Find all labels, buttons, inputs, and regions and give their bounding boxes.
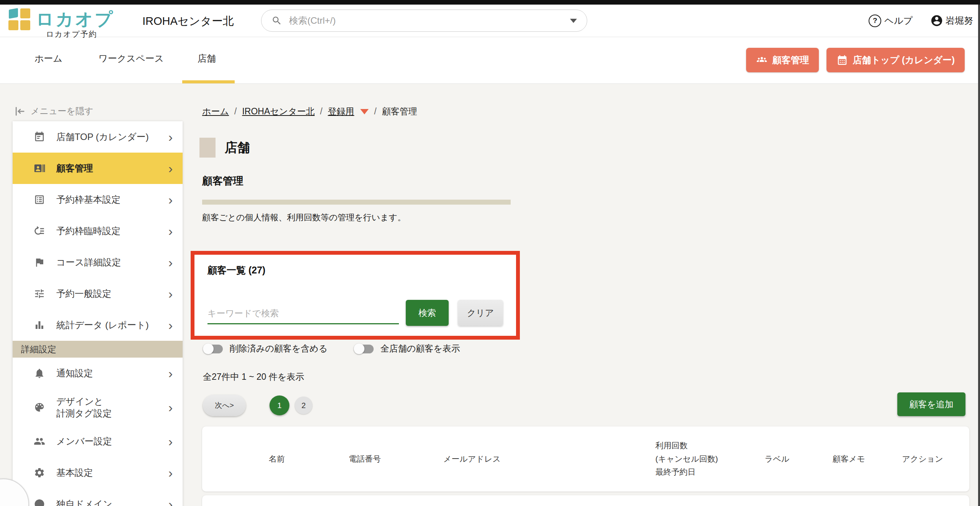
chevron-right-icon: › <box>168 367 173 380</box>
calendar-icon <box>836 54 848 66</box>
column-usage: 利用回数 (キャンセル回数) 最終予約日 <box>655 439 743 479</box>
flag-icon <box>33 256 46 268</box>
help-link[interactable]: ? ヘルプ <box>869 15 913 27</box>
all-stores-switch[interactable] <box>354 343 374 355</box>
filter-toggles: 削除済みの顧客を含める 全店舗の顧客を表示 <box>203 343 460 355</box>
toggle-include-deleted: 削除済みの顧客を含める <box>203 343 328 355</box>
title-square-decor <box>199 138 216 158</box>
workspace-dropdown-icon[interactable] <box>360 109 369 114</box>
keyword-search-input[interactable] <box>207 308 399 323</box>
nav-tabs: ホーム ワークスペース 店舗 <box>34 37 216 80</box>
sidebar-item-notification-settings[interactable]: 通知設定 › <box>13 358 183 389</box>
sidebar-item-statistics-report[interactable]: 統計データ (レポート) › <box>13 309 183 341</box>
include-deleted-switch[interactable] <box>203 343 223 355</box>
tune-sliders-icon <box>33 288 46 300</box>
sidebar-item-label: 統計データ (レポート) <box>56 319 165 331</box>
sidebar-item-store-top[interactable]: 店舗TOP (カレンダー) › <box>13 121 183 153</box>
breadcrumb-separator: / <box>374 106 376 117</box>
tab-home[interactable]: ホーム <box>34 52 62 65</box>
contact-card-icon <box>33 162 46 174</box>
add-customer-button[interactable]: 顧客を追加 <box>897 392 965 416</box>
store-top-label: 店舗トップ (カレンダー) <box>853 54 955 66</box>
help-icon: ? <box>869 15 881 27</box>
section-divider <box>202 200 511 205</box>
sidebar-item-label: 店舗TOP (カレンダー) <box>56 131 165 143</box>
customer-list-panel-highlight: 顧客一覧 (27) 検索 クリア <box>191 251 520 340</box>
sidebar-item-custom-domain[interactable]: 独自ドメイン › <box>13 488 183 506</box>
breadcrumb-home[interactable]: ホーム <box>202 106 229 117</box>
toggle-label: 削除済みの顧客を含める <box>230 343 328 355</box>
customer-list-title: 顧客一覧 (27) <box>207 264 265 277</box>
user-menu[interactable]: 岩堀努 <box>930 14 973 27</box>
sidebar-item-slot-basic-settings[interactable]: 予約枠基本設定 › <box>13 184 183 215</box>
column-name: 名前 <box>237 454 317 464</box>
sidebar-item-customer-management[interactable]: 顧客管理 › <box>13 153 183 184</box>
hide-menu-button[interactable]: メニューを隠す <box>14 105 93 117</box>
keyword-search-field <box>207 308 399 324</box>
app-logo[interactable]: ロカオプ <box>8 8 114 31</box>
sidebar-item-label: 通知設定 <box>56 367 165 379</box>
chevron-right-icon: › <box>168 162 173 175</box>
primary-navbar: ホーム ワークスペース 店舗 顧客管理 店舗トップ (カレンダー) <box>0 37 980 84</box>
sidebar-item-label: 顧客管理 <box>56 162 165 174</box>
bell-icon <box>33 367 46 379</box>
sidebar-item-course-detail-settings[interactable]: コース詳細設定 › <box>13 247 183 278</box>
header-right: ? ヘルプ 岩堀努 <box>869 5 973 37</box>
sidebar-item-label: 予約一般設定 <box>56 288 165 299</box>
sidebar-item-label: メンバー設定 <box>56 435 165 447</box>
customer-management-label: 顧客管理 <box>772 54 809 66</box>
sidebar-item-design-tag-settings[interactable]: デザインと 計測タグ設定 › <box>13 389 183 426</box>
sidebar-item-label: コース詳細設定 <box>56 256 165 268</box>
sidebar-item-label: 予約枠臨時設定 <box>56 225 165 237</box>
window-scrollbar[interactable] <box>978 0 980 506</box>
chevron-right-icon: › <box>168 287 173 300</box>
column-action: アクション <box>886 454 959 464</box>
column-memo: 顧客メモ <box>812 454 886 464</box>
chevron-right-icon: › <box>168 401 173 414</box>
chevron-right-icon: › <box>168 498 173 506</box>
result-count: 全27件中 1 ~ 20 件を表示 <box>203 371 304 383</box>
global-search[interactable] <box>261 10 587 32</box>
people-group-icon <box>756 54 768 66</box>
window-top-bar <box>0 0 980 5</box>
breadcrumb-workspace[interactable]: 登録用 <box>328 106 354 117</box>
pagination-next-button[interactable]: 次へ> <box>203 395 246 416</box>
sidebar-item-label: 独自ドメイン <box>56 498 165 506</box>
calendar-icon <box>33 131 46 143</box>
pagination-page-2[interactable]: 2 <box>295 397 312 414</box>
toggle-label: 全店舗の顧客を表示 <box>381 343 460 355</box>
tab-workspace[interactable]: ワークスペース <box>98 52 164 65</box>
hide-menu-label: メニューを隠す <box>31 105 93 117</box>
breadcrumb-separator: / <box>234 106 237 117</box>
search-button[interactable]: 検索 <box>406 300 449 326</box>
sidebar-item-member-settings[interactable]: メンバー設定 › <box>13 426 183 457</box>
sidebar-item-slot-temporary-settings[interactable]: 予約枠臨時設定 › <box>13 215 183 247</box>
page-title-row: 店舗 <box>199 138 250 158</box>
search-dropdown-caret-icon[interactable] <box>570 19 577 23</box>
pagination-page-1[interactable]: 1 <box>270 395 289 415</box>
customer-management-button[interactable]: 顧客管理 <box>746 48 819 72</box>
chevron-right-icon: › <box>168 130 173 143</box>
chevron-right-icon: › <box>168 256 173 269</box>
sidebar-item-label: 予約枠基本設定 <box>56 194 165 205</box>
nav-actions: 顧客管理 店舗トップ (カレンダー) <box>746 48 965 72</box>
sidebar-item-reservation-general-settings[interactable]: 予約一般設定 › <box>13 278 183 309</box>
gear-icon <box>33 467 46 479</box>
clear-button[interactable]: クリア <box>458 300 503 326</box>
store-top-calendar-button[interactable]: 店舗トップ (カレンダー) <box>826 48 965 72</box>
sidebar-item-basic-settings[interactable]: 基本設定 › <box>13 457 183 488</box>
main-content: ホーム / IROHAセンター北 / 登録用 / 顧客管理 店舗 顧客管理 顧客… <box>202 83 980 506</box>
help-label: ヘルプ <box>884 15 913 27</box>
tab-store[interactable]: 店舗 <box>198 52 216 65</box>
sidebar-section-advanced-settings: 詳細設定 <box>13 341 183 358</box>
breadcrumb-store[interactable]: IROHAセンター北 <box>242 106 314 117</box>
toggle-all-stores: 全店舗の顧客を表示 <box>354 343 460 355</box>
global-search-input[interactable] <box>288 15 570 26</box>
user-name: 岩堀努 <box>946 15 973 27</box>
logo-grid-icon <box>8 8 31 31</box>
column-email: メールアドレス <box>413 454 531 464</box>
breadcrumb-current: 顧客管理 <box>382 106 417 117</box>
sidebar-item-label: デザインと 計測タグ設定 <box>56 395 165 419</box>
list-box-icon <box>33 194 46 206</box>
chevron-right-icon: › <box>168 435 173 448</box>
